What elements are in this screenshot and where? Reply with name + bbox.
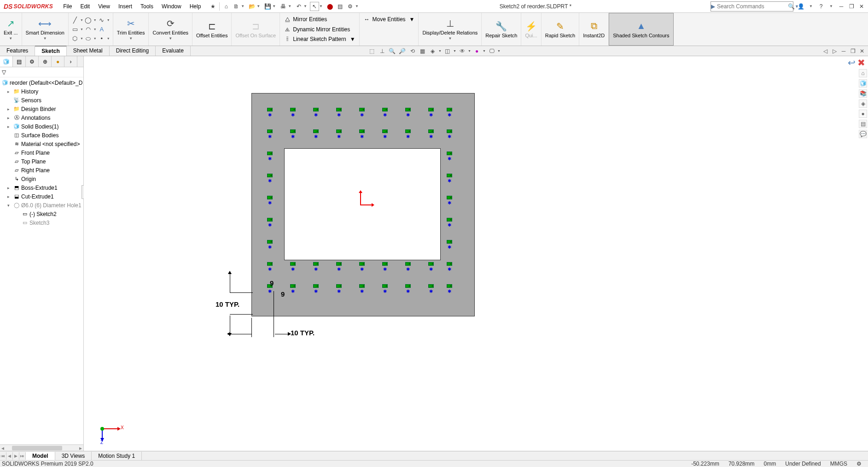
section-icon[interactable]: ▦ (418, 47, 427, 55)
sketch-point[interactable]: ⬚4✱ (267, 240, 274, 248)
sketch-point[interactable]: ⬚4✱ (447, 108, 453, 116)
sketch-point[interactable]: ⬚4✱ (336, 108, 343, 116)
tree-root[interactable]: 🧊reorder (Default<<Default>_D (0, 78, 83, 87)
instant2d-button[interactable]: ⧉ Instant2D (579, 13, 609, 46)
dynamic-mirror-icon[interactable]: ⧌ (284, 26, 291, 33)
search-input[interactable] (715, 3, 788, 10)
sketch-point[interactable]: ⬚4✱ (447, 262, 453, 270)
dim-10typ-v[interactable]: 10 TYP. (216, 300, 239, 308)
tree-tab-appearance[interactable]: ● (52, 56, 64, 67)
sketch-point[interactable]: ⬚4✱ (447, 218, 453, 226)
mirror-icon[interactable]: ⧋ (284, 16, 291, 23)
tree-item[interactable]: ≋Material <not specified> (0, 140, 83, 148)
sketch-point[interactable]: ⬚4✱ (405, 108, 412, 116)
display-style-icon[interactable]: ◫ (443, 47, 452, 55)
sketch-point[interactable]: ⬚4✱ (428, 284, 435, 292)
rebuild-icon[interactable]: ⬤ (326, 2, 335, 11)
menu-view[interactable]: View (94, 1, 114, 12)
sketch-point[interactable]: ⬚4✱ (428, 108, 435, 116)
tree-item[interactable]: ▭(-) Sketch2 (0, 210, 83, 218)
tab-sheet-metal[interactable]: Sheet Metal (67, 46, 110, 56)
sketch-point[interactable]: ⬚4✱ (267, 196, 274, 204)
sketch-point[interactable]: ⬚4✱ (267, 129, 274, 138)
sketch-point[interactable]: ⬚4✱ (405, 284, 412, 292)
home-icon[interactable]: ⌂ (221, 2, 231, 11)
tab-sketch[interactable]: Sketch (35, 46, 66, 56)
window-next-icon[interactable]: ▷ (830, 47, 839, 55)
bottom-tab-model[interactable]: Model (26, 452, 55, 460)
dim-10typ-h[interactable]: 10 TYP. (291, 329, 315, 337)
select-icon[interactable]: ↖ (310, 2, 319, 11)
menu-edit[interactable]: Edit (76, 1, 93, 12)
linear-pattern-icon[interactable]: ⦙⦙ (284, 35, 291, 43)
orbit-icon[interactable]: ⊥ (378, 47, 387, 55)
spline-icon[interactable]: ∿ (98, 17, 105, 24)
taskpane-view-icon[interactable]: ◈ (859, 99, 867, 108)
sketch-point[interactable]: ⬚4✱ (290, 108, 297, 116)
sketch-point[interactable]: ⬚4✱ (405, 129, 412, 138)
sketch-point[interactable]: ⬚4✱ (447, 240, 453, 248)
tab-features[interactable]: Features (0, 46, 35, 56)
zoom-area-icon[interactable]: 🔎 (398, 47, 407, 55)
sketch-point[interactable]: ⬚4✱ (290, 284, 297, 292)
menu-window[interactable]: Window (158, 1, 185, 12)
sketch-point[interactable]: ⬚4✱ (313, 262, 320, 270)
sketch-point[interactable]: ⬚4✱ (382, 129, 389, 138)
tab-direct-editing[interactable]: Direct Editing (110, 46, 156, 56)
sketch-point[interactable]: ⬚4✱ (313, 108, 320, 116)
sketch-point[interactable]: ⬚4✱ (447, 284, 453, 292)
taskpane-res-icon[interactable]: 🧊 (859, 79, 867, 88)
bottom-nav-first[interactable]: ⏮ (0, 452, 6, 460)
sketch-point[interactable]: ⬚4✱ (447, 196, 453, 204)
tree-item[interactable]: ▸ⒶAnnotations (0, 113, 83, 122)
sketch-point[interactable]: ⬚4✱ (428, 262, 435, 270)
settings-icon[interactable]: ⚙ (346, 2, 355, 11)
open-icon[interactable]: 📂 (247, 2, 256, 11)
restore-icon[interactable]: ❐ (847, 2, 856, 11)
circle-icon[interactable]: ◯ (85, 17, 92, 24)
repair-sketch-button[interactable]: 🔧 Repair Sketch (482, 13, 521, 46)
taskpane-prop-icon[interactable]: ▤ (859, 120, 867, 128)
polygon-icon[interactable]: ⬡ (71, 35, 79, 42)
tree-item[interactable]: ▸🧊Solid Bodies(1) (0, 122, 83, 131)
sketch-point[interactable]: ⬚4✱ (267, 108, 274, 116)
save-icon[interactable]: 💾 (263, 2, 272, 11)
sketch-point[interactable]: ⬚4✱ (447, 129, 453, 138)
new-icon[interactable]: 🗎 (232, 2, 241, 11)
sketch-point[interactable]: ⬚4✱ (359, 262, 366, 270)
sketch-point[interactable]: ⬚4✱ (382, 108, 389, 116)
tree-item[interactable]: ▭Sketch3 (0, 218, 83, 227)
star-icon[interactable]: ★ (208, 2, 217, 11)
trim-entities-button[interactable]: ✂ Trim Entities ▼ (113, 13, 149, 46)
sketch-point[interactable]: ⬚4✱ (428, 129, 435, 138)
tree-item[interactable]: ▱Front Plane (0, 148, 83, 157)
sketch-point[interactable]: ⬚4✱ (267, 218, 274, 226)
ellipse-icon[interactable]: ⬭ (85, 35, 92, 42)
tab-evaluate[interactable]: Evaluate (156, 46, 191, 56)
sketch-point[interactable]: ⬚4✱ (405, 262, 412, 270)
exit-sketch-button[interactable]: ↗ Exit ... ▼ (0, 13, 22, 46)
convert-entities-button[interactable]: ⟳ Convert Entities ▼ (149, 13, 192, 46)
bottom-tab-motion[interactable]: Motion Study 1 (92, 452, 142, 460)
status-gear-icon[interactable]: ⚙ (852, 461, 866, 467)
filter-icon[interactable]: ▽ (2, 69, 6, 76)
tree-tab-dim[interactable]: ⊕ (39, 56, 52, 67)
sketch-point[interactable]: ⬚4✱ (267, 152, 274, 160)
view-orient-icon[interactable]: ◈ (428, 47, 437, 55)
prev-view-icon[interactable]: ⟲ (408, 47, 417, 55)
sketch-point[interactable]: ⬚4✱ (313, 129, 320, 138)
line-icon[interactable]: ╱ (71, 17, 79, 24)
undo-icon[interactable]: ↶ (294, 2, 303, 11)
sketch-point[interactable]: ⬚4✱ (336, 284, 343, 292)
taskpane-appear-icon[interactable]: ● (859, 110, 867, 118)
sketch-point[interactable]: ⬚4✱ (382, 284, 389, 292)
tree-tab-property[interactable]: ▤ (13, 56, 26, 67)
move-icon[interactable]: ↔ (363, 16, 371, 23)
bottom-tab-3dviews[interactable]: 3D Views (55, 452, 92, 460)
sketch-point[interactable]: ⬚4✱ (382, 262, 389, 270)
sketch-point[interactable]: ⬚4✱ (290, 129, 297, 138)
sketch-point[interactable]: ⬚4✱ (447, 174, 453, 182)
menu-insert[interactable]: Insert (115, 1, 136, 12)
arc-icon[interactable]: ◠ (85, 26, 92, 33)
view-cube-icon[interactable]: ⬚ (367, 47, 377, 55)
